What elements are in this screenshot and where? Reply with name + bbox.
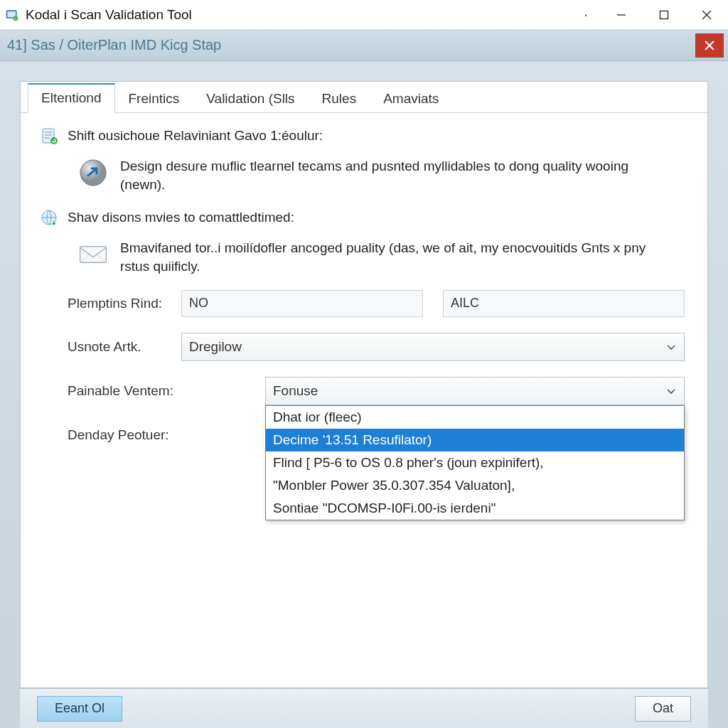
input-plemptins-1[interactable] <box>181 290 423 317</box>
label-plemptins: Plemptins Rind: <box>39 296 181 311</box>
panel-body: Shift ousichoue Relaviniant Gavo 1:éoulu… <box>21 113 707 483</box>
dropdown-option[interactable]: Dhat ior (fleec) <box>266 406 684 429</box>
form-row-usnote: Usnote Artk. Dregilow <box>39 333 689 361</box>
minimize-button[interactable] <box>600 0 643 30</box>
window-title: Kodal i Scan Validation Tool <box>26 7 192 23</box>
section1-description: Design desure muflic tlearnel tecams and… <box>120 157 675 193</box>
dropdown-option[interactable]: "Monbler Power 35.0.307.354 Valuaton], <box>266 474 684 497</box>
tab-strip: Eltentiond Freintics Validation (Slls Ru… <box>21 82 707 113</box>
titlebar-separator-dot: · <box>572 6 600 23</box>
subheader: 41͏] Sas / OiterPlan IMD Kicg Stap <box>0 30 728 61</box>
tab-validation[interactable]: Validation (Slls <box>193 85 308 113</box>
dropdown-option[interactable]: Flind [ P5-6 to OS 0.8 pher's (joun expi… <box>266 451 684 474</box>
input-plemptins-2[interactable] <box>443 290 685 317</box>
subheader-close-button[interactable] <box>695 33 724 58</box>
section2-description: Bmavifaned tor..i moilídofler ancoged pu… <box>120 239 675 275</box>
section1-heading: Shift ousichoue Relaviniant Gavo 1:éoulu… <box>68 126 323 144</box>
select-painable[interactable]: Fonuse <box>265 377 685 405</box>
secondary-action-button[interactable]: Oat <box>635 696 691 722</box>
select-painable-wrap: Fonuse Dhat ior (fleec) Decime '13.51 Re… <box>181 377 685 405</box>
select-painable-value: Fonuse <box>273 383 318 399</box>
svg-rect-13 <box>80 247 107 263</box>
section2-heading-row: Shav disons mvies to comattledtimed: <box>39 208 689 229</box>
form: Plemptins Rind: Usnote Artk. Dregilow Pa… <box>39 290 689 449</box>
form-row-plemptins: Plemptins Rind: <box>39 290 689 317</box>
maximize-button[interactable] <box>643 0 685 30</box>
close-button[interactable] <box>685 0 728 30</box>
form-row-painable: Painable Ventem: Fonuse Dhat ior (fleec)… <box>39 377 689 405</box>
tab-freintics[interactable]: Freintics <box>115 85 193 113</box>
primary-action-button[interactable]: Eeant Ol <box>37 696 122 722</box>
titlebar: Kodal i Scan Validation Tool · <box>0 0 728 30</box>
bottom-bar: Eeant Ol Oat <box>20 688 708 728</box>
tab-rules[interactable]: Rules <box>309 85 370 113</box>
tab-amaviats[interactable]: Amaviats <box>370 85 452 113</box>
dropdown-list: Dhat ior (fleec) Decime '13.51 Resufilat… <box>265 405 685 520</box>
breadcrumb: 41͏] Sas / OiterPlan IMD Kicg Stap <box>7 37 221 53</box>
section1-heading-row: Shift ousichoue Relaviniant Gavo 1:éoulu… <box>39 126 689 147</box>
section1-description-block: Design desure muflic tlearnel tecams and… <box>77 157 689 193</box>
arrow-circle-icon <box>77 157 109 188</box>
app-window: Kodal i Scan Validation Tool · 41͏] Sas … <box>0 0 728 728</box>
tab-eltentiond[interactable]: Eltentiond <box>28 83 115 113</box>
label-usnote: Usnote Artk. <box>39 339 181 355</box>
section2-heading: Shav disons mvies to comattledtimed: <box>68 208 294 225</box>
label-denday: Denday Peotuer: <box>39 427 181 443</box>
section2-description-block: Bmavifaned tor..i moilídofler ancoged pu… <box>77 239 689 275</box>
dropdown-option-selected[interactable]: Decime '13.51 Resufilator) <box>266 429 684 451</box>
chevron-down-icon <box>665 385 677 397</box>
svg-point-10 <box>50 137 58 144</box>
envelope-icon <box>77 239 109 270</box>
chevron-down-icon <box>665 341 677 353</box>
svg-rect-4 <box>660 11 668 18</box>
globe-download-icon <box>39 208 60 229</box>
app-icon <box>4 7 20 23</box>
svg-rect-1 <box>7 11 16 17</box>
dropdown-option[interactable]: Sontiae "DCOMSP-I0Fi.00-is ierdeni" <box>266 497 684 520</box>
main-panel: Eltentiond Freintics Validation (Slls Ru… <box>20 81 708 688</box>
select-usnote-value: Dregilow <box>189 339 242 355</box>
content-area: Eltentiond Freintics Validation (Slls Ru… <box>0 61 728 728</box>
select-usnote[interactable]: Dregilow <box>181 333 685 361</box>
page-refresh-icon <box>39 126 60 147</box>
label-painable: Painable Ventem: <box>39 383 181 399</box>
